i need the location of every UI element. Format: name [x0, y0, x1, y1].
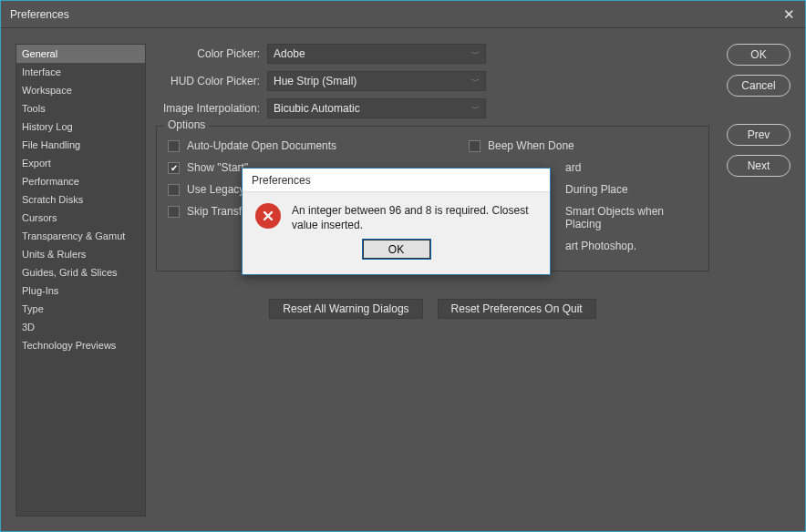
sidebar-item-performance[interactable]: Performance	[16, 172, 145, 190]
sidebar-item-scratch-disks[interactable]: Scratch Disks	[16, 190, 145, 209]
sidebar-item-3d[interactable]: 3D	[16, 318, 145, 336]
error-message: An integer between 96 and 8 is required.…	[292, 203, 537, 232]
sidebar-item-export[interactable]: Export	[16, 154, 145, 172]
close-icon[interactable]: ✕	[780, 5, 798, 24]
select-color-picker[interactable]: Adobe ﹀	[267, 44, 486, 64]
sidebar-item-plug-ins[interactable]: Plug-Ins	[16, 281, 145, 300]
sidebar-item-tools[interactable]: Tools	[16, 99, 145, 118]
reset-warnings-button[interactable]: Reset All Warning Dialogs	[269, 299, 422, 319]
select-hud-color-picker[interactable]: Hue Strip (Small) ﹀	[267, 71, 486, 91]
checkbox-icon	[469, 140, 480, 152]
sidebar-item-general[interactable]: General	[16, 45, 145, 63]
label-hud-color-picker: HUD Color Picker:	[156, 75, 267, 87]
checkbox-icon	[168, 184, 180, 196]
preferences-window: Preferences ✕ General Interface Workspac…	[0, 0, 806, 532]
row-image-interpolation: Image Interpolation: Bicubic Automatic ﹀	[156, 98, 709, 118]
sidebar-item-file-handling[interactable]: File Handling	[16, 136, 145, 154]
cancel-button[interactable]: Cancel	[727, 75, 790, 97]
ok-button[interactable]: OK	[727, 44, 790, 66]
chevron-down-icon: ﹀	[471, 76, 480, 87]
reset-prefs-button[interactable]: Reset Preferences On Quit	[438, 299, 596, 319]
sidebar-item-technology-previews[interactable]: Technology Previews	[16, 336, 145, 354]
prev-button[interactable]: Prev	[727, 124, 790, 146]
chk-auto-update[interactable]: Auto-Update Open Documents	[168, 139, 469, 152]
sidebar: General Interface Workspace Tools Histor…	[16, 44, 146, 517]
next-button[interactable]: Next	[727, 155, 790, 177]
main-area: General Interface Workspace Tools Histor…	[1, 29, 805, 531]
window-title: Preferences	[10, 8, 69, 21]
titlebar: Preferences ✕	[1, 1, 805, 28]
chevron-down-icon: ﹀	[471, 48, 480, 60]
row-color-picker: Color Picker: Adobe ﹀	[156, 44, 709, 64]
chevron-down-icon: ﹀	[471, 103, 480, 115]
sidebar-item-interface[interactable]: Interface	[16, 63, 145, 81]
error-ok-button[interactable]: OK	[363, 240, 430, 259]
checkbox-icon	[168, 162, 180, 174]
label-color-picker: Color Picker:	[156, 47, 267, 60]
error-icon	[255, 203, 281, 229]
sidebar-item-history-log[interactable]: History Log	[16, 118, 145, 136]
error-dialog-title: Preferences	[243, 169, 550, 192]
right-button-column: OK Cancel Prev Next	[727, 44, 790, 177]
options-legend: Options	[164, 118, 209, 131]
checkbox-icon	[168, 140, 180, 152]
sidebar-item-cursors[interactable]: Cursors	[16, 209, 145, 227]
sidebar-item-units-rulers[interactable]: Units & Rulers	[16, 245, 145, 263]
sidebar-item-transparency-gamut[interactable]: Transparency & Gamut	[16, 227, 145, 245]
label-image-interpolation: Image Interpolation:	[156, 102, 267, 115]
row-hud-color-picker: HUD Color Picker: Hue Strip (Small) ﹀	[156, 71, 709, 91]
chk-beep-when-done[interactable]: Beep When Done	[469, 139, 698, 152]
reset-button-row: Reset All Warning Dialogs Reset Preferen…	[156, 299, 709, 319]
error-dialog: Preferences An integer between 96 and 8 …	[242, 168, 551, 275]
sidebar-item-guides-grid-slices[interactable]: Guides, Grid & Slices	[16, 263, 145, 281]
checkbox-icon	[168, 206, 180, 218]
sidebar-item-workspace[interactable]: Workspace	[16, 81, 145, 99]
select-image-interpolation[interactable]: Bicubic Automatic ﹀	[267, 98, 486, 118]
sidebar-item-type[interactable]: Type	[16, 300, 145, 318]
